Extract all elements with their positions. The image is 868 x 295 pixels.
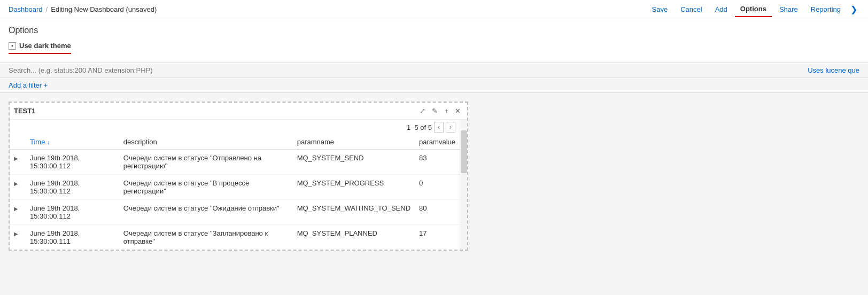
search-bar: Uses lucene que [0, 63, 868, 78]
cell-paramvalue: 83 [415, 150, 460, 175]
main-content: TEST1 ⤢ ✎ + ✕ 1–5 of 5 ‹ › [0, 93, 868, 259]
cell-paramvalue: 17 [415, 225, 460, 250]
row-expand-button[interactable]: ▶ [14, 181, 18, 187]
options-button[interactable]: Options [735, 2, 772, 17]
cell-paramname: MQ_SYSTEM_PROGRESS [293, 175, 415, 200]
cell-paramname: MQ_SYSTEM_SEND [293, 150, 415, 175]
cell-paramvalue: 80 [415, 200, 460, 225]
col-header-paramname: paramname [293, 135, 415, 150]
table-body: ▶ June 19th 2018, 15:30:00.112 Очереди с… [10, 150, 460, 250]
lucene-link[interactable]: Uses lucene que [808, 66, 859, 74]
table-row: ▶ June 19th 2018, 15:30:00.112 Очереди с… [10, 200, 460, 225]
next-page-button[interactable]: › [446, 122, 455, 133]
table-area: 1–5 of 5 ‹ › Time ↓ description [10, 120, 460, 250]
filter-row: Add a filter + [0, 78, 868, 93]
top-actions: Save Cancel Add Options Share Reporting … [647, 2, 859, 17]
options-section: Options ▪ Use dark theme [0, 19, 868, 63]
col-header-description: description [119, 135, 293, 150]
widget-expand-button[interactable]: ⤢ [417, 106, 428, 116]
options-title: Options [9, 26, 859, 35]
cell-time: June 19th 2018, 15:30:00.111 [26, 225, 119, 250]
widget-test1: TEST1 ⤢ ✎ + ✕ 1–5 of 5 ‹ › [9, 102, 468, 251]
expand-actions-button[interactable]: ❯ [848, 4, 859, 14]
cell-description: Очереди систем в статусе "Запланировано … [119, 225, 293, 250]
pagination-row: 1–5 of 5 ‹ › [10, 120, 460, 135]
table-row: ▶ June 19th 2018, 15:30:00.111 Очереди с… [10, 225, 460, 250]
dark-theme-checkbox[interactable]: ▪ [9, 42, 16, 50]
add-button[interactable]: Add [710, 2, 733, 17]
cell-time: June 19th 2018, 15:30:00.112 [26, 175, 119, 200]
row-expand-button[interactable]: ▶ [14, 231, 18, 237]
breadcrumb-current: Editing New Dashboard (unsaved) [51, 5, 157, 13]
add-filter-button[interactable]: Add a filter + [9, 81, 48, 89]
row-expand-button[interactable]: ▶ [14, 206, 18, 212]
cell-paramvalue: 0 [415, 175, 460, 200]
widget-body: 1–5 of 5 ‹ › Time ↓ description [10, 120, 467, 250]
cell-time: June 19th 2018, 15:30:00.112 [26, 150, 119, 175]
top-bar: Dashboard / Editing New Dashboard (unsav… [0, 0, 868, 19]
widget-title: TEST1 [14, 107, 417, 115]
search-input[interactable] [9, 66, 808, 74]
cell-description: Очереди систем в статусе "Отправлено на … [119, 150, 293, 175]
widget-close-button[interactable]: ✕ [453, 106, 463, 116]
col-header-time[interactable]: Time ↓ [26, 135, 119, 150]
cell-paramname: MQ_SYSTEM_WAITING_TO_SEND [293, 200, 415, 225]
breadcrumb-home[interactable]: Dashboard [9, 5, 43, 13]
breadcrumb: Dashboard / Editing New Dashboard (unsav… [9, 5, 647, 13]
pagination-text: 1–5 of 5 [407, 123, 432, 131]
cell-description: Очереди систем в статусе "В процессе рег… [119, 175, 293, 200]
row-expand-button[interactable]: ▶ [14, 156, 18, 161]
dark-theme-label-text: Use dark theme [19, 42, 71, 50]
cell-description: Очереди систем в статусе "Ожидание отпра… [119, 200, 293, 225]
scrollbar-thumb[interactable] [461, 130, 467, 173]
widget-add-button[interactable]: + [442, 106, 451, 116]
reporting-button[interactable]: Reporting [805, 2, 846, 17]
scrollbar[interactable] [460, 120, 467, 250]
table-header-row: Time ↓ description paramname paramvalue [10, 135, 460, 150]
cancel-button[interactable]: Cancel [675, 2, 707, 17]
widget-header: TEST1 ⤢ ✎ + ✕ [10, 103, 467, 120]
prev-page-button[interactable]: ‹ [434, 122, 444, 133]
expand-col-header [10, 135, 26, 150]
col-header-paramvalue: paramvalue [415, 135, 460, 150]
save-button[interactable]: Save [647, 2, 673, 17]
table-row: ▶ June 19th 2018, 15:30:00.112 Очереди с… [10, 175, 460, 200]
table-row: ▶ June 19th 2018, 15:30:00.112 Очереди с… [10, 150, 460, 175]
share-button[interactable]: Share [774, 2, 803, 17]
cell-paramname: MQ_SYSTEM_PLANNED [293, 225, 415, 250]
breadcrumb-separator: / [46, 5, 48, 13]
data-table: Time ↓ description paramname paramvalue … [10, 135, 460, 250]
widget-edit-button[interactable]: ✎ [430, 106, 440, 116]
dark-theme-toggle[interactable]: ▪ Use dark theme [9, 42, 71, 54]
sort-arrow-time: ↓ [47, 139, 50, 145]
widget-actions: ⤢ ✎ + ✕ [417, 106, 463, 116]
cell-time: June 19th 2018, 15:30:00.112 [26, 200, 119, 225]
